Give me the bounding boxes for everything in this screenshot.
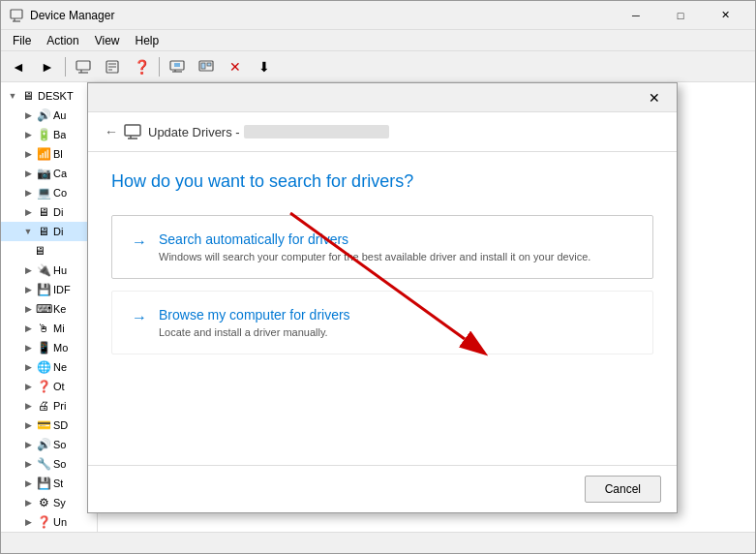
menu-view[interactable]: View (87, 32, 128, 49)
option-manual-title: Browse my computer for drivers (159, 307, 350, 323)
device-tree: ▼ 🖥 DESKT ▶ 🔊 Au ▶ 🔋 Ba ▶ 📶 Bl ▶ (1, 82, 98, 532)
browse-manually-option[interactable]: → Browse my computer for drivers Locate … (111, 291, 653, 354)
window-title: Device Manager (30, 9, 614, 22)
option-manual-arrow-icon: → (132, 309, 147, 326)
list-item[interactable]: ▶ 💾 St (1, 474, 97, 493)
toolbar-display[interactable] (164, 54, 191, 79)
tree-root[interactable]: ▼ 🖥 DESKT (1, 86, 97, 106)
list-item[interactable]: ▶ ❓ Ot (1, 377, 97, 396)
title-bar: Device Manager ─ □ ✕ (1, 1, 755, 30)
list-item[interactable]: ▶ 🔋 Ba (1, 125, 97, 144)
list-item[interactable]: ▼ 🖥 Di (1, 222, 97, 241)
option-manual-content: Browse my computer for drivers Locate an… (159, 307, 350, 338)
dialog-body: How do you want to search for drivers? →… (88, 152, 677, 465)
option-manual-description: Locate and install a driver manually. (159, 326, 350, 338)
maximize-button[interactable]: □ (658, 1, 703, 30)
menu-file[interactable]: File (5, 32, 39, 49)
svg-rect-0 (11, 10, 22, 18)
option-auto-description: Windows will search your computer for th… (159, 251, 590, 262)
dialog-back-button[interactable]: ← (100, 120, 123, 143)
dialog-title-bar: ✕ (88, 83, 677, 112)
list-item[interactable]: ▶ 💾 IDF (1, 280, 97, 299)
cancel-button[interactable]: Cancel (585, 476, 661, 503)
toolbar-device-manager[interactable] (193, 54, 220, 79)
toolbar-separator-1 (65, 57, 66, 77)
list-item[interactable]: ▶ 💳 SD (1, 416, 97, 435)
option-auto-content: Search automatically for drivers Windows… (159, 231, 590, 262)
svg-rect-3 (76, 61, 90, 70)
status-bar (1, 532, 755, 553)
dialog-header-title: Update Drivers - (148, 125, 240, 139)
menu-action[interactable]: Action (39, 32, 86, 49)
list-item[interactable]: ▶ 📱 Mo (1, 338, 97, 357)
dialog-question: How do you want to search for drivers? (111, 171, 653, 192)
option-auto-title: Search automatically for drivers (159, 231, 590, 247)
toolbar-properties[interactable] (99, 54, 126, 79)
list-item[interactable]: ▶ ⌨ Ke (1, 299, 97, 319)
list-item[interactable]: ▶ 🖨 Pri (1, 396, 97, 416)
list-item[interactable]: ▶ 💻 Co (1, 183, 97, 202)
toolbar-separator-2 (159, 57, 160, 77)
dialog-footer: Cancel (88, 465, 677, 512)
dialog-close-button[interactable]: ✕ (640, 85, 669, 110)
toolbar: ◄ ► ❓ (1, 51, 755, 82)
toolbar-help[interactable]: ❓ (128, 54, 155, 79)
list-item[interactable]: ▶ 🖥 Di (1, 202, 97, 222)
dialog-header: ← Update Drivers - (88, 112, 677, 152)
list-item[interactable]: ▶ 🔌 Hu (1, 261, 97, 280)
update-drivers-dialog: ✕ ← Update Drivers - How do you want to … (87, 82, 678, 513)
list-item[interactable]: ▶ ⚙ Sy (1, 493, 97, 512)
toolbar-remove[interactable]: ✕ (222, 54, 249, 79)
list-item[interactable]: 🖥 (1, 241, 97, 261)
dialog-header-subtitle (244, 125, 389, 138)
tree-root-icon: 🖥 (20, 88, 36, 104)
toolbar-download[interactable]: ⬇ (251, 54, 278, 79)
svg-rect-17 (207, 63, 211, 66)
list-item[interactable]: ▶ 🔊 Au (1, 106, 97, 125)
tree-expand-root[interactable]: ▼ (5, 88, 20, 104)
app-icon (9, 8, 24, 23)
list-item[interactable]: ▶ 🔊 So (1, 435, 97, 454)
window-controls: ─ □ ✕ (614, 1, 747, 30)
svg-rect-18 (125, 125, 140, 136)
toolbar-back[interactable]: ◄ (5, 54, 32, 79)
minimize-button[interactable]: ─ (614, 1, 658, 30)
window-close-button[interactable]: ✕ (703, 1, 747, 30)
toolbar-forward[interactable]: ► (34, 54, 61, 79)
dialog-device-icon (123, 122, 142, 141)
menu-help[interactable]: Help (128, 32, 167, 49)
search-automatically-option[interactable]: → Search automatically for drivers Windo… (111, 215, 653, 279)
menu-bar: File Action View Help (1, 30, 755, 51)
toolbar-computer[interactable] (70, 54, 97, 79)
list-item[interactable]: ▶ 🌐 Ne (1, 357, 97, 377)
tree-root-label: DESKT (38, 90, 74, 102)
list-item[interactable]: ▶ 🖱 Mi (1, 319, 97, 338)
svg-rect-16 (201, 63, 205, 69)
list-item[interactable]: ▶ 🔧 So (1, 454, 97, 474)
list-item[interactable]: ▶ 📷 Ca (1, 164, 97, 183)
list-item[interactable]: ▶ 📶 Bl (1, 144, 97, 164)
list-item[interactable]: ▶ ❓ Un (1, 512, 97, 532)
option-auto-arrow-icon: → (132, 233, 147, 251)
